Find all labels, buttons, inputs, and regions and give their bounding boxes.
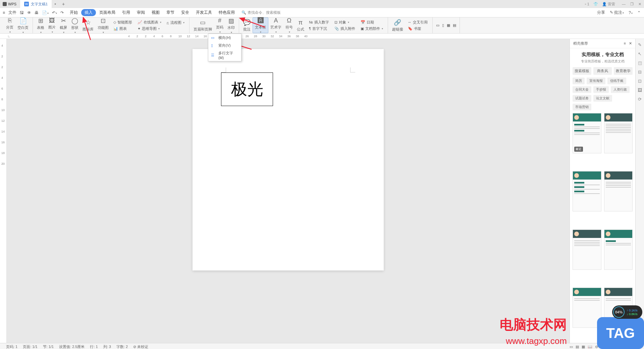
status-setting[interactable]: 设置值: 2.5厘米: [56, 344, 87, 349]
template-chip[interactable]: 宣传海报: [587, 78, 605, 84]
tab-chapter[interactable]: 章节: [163, 8, 178, 17]
shapes-button[interactable]: ◯形状▾: [69, 17, 80, 33]
flowchart-button[interactable]: ⎌ 流程图▾: [165, 20, 186, 26]
textbox-content[interactable]: 极光: [231, 79, 263, 100]
template-chip[interactable]: 手抄报: [593, 86, 609, 93]
template-thumb[interactable]: [573, 171, 601, 211]
tab-special-apps[interactable]: 特色应用: [215, 8, 238, 17]
wordart-button[interactable]: A艺术字▾: [268, 17, 283, 33]
view-mode-4-icon[interactable]: 📖: [588, 345, 592, 349]
online-chart-button[interactable]: 📈 在线图表▾: [136, 19, 163, 25]
status-section[interactable]: 节: 1/1: [40, 344, 56, 349]
status-line[interactable]: 行: 1: [87, 344, 100, 349]
template-chip[interactable]: 试题试卷: [573, 95, 591, 102]
layout-icon-2[interactable]: ▯: [441, 23, 445, 28]
document-tab[interactable]: W 文字文稿1: [20, 0, 52, 8]
date-button[interactable]: 📅 日期: [359, 19, 384, 25]
layout-icon-1[interactable]: ▭: [435, 23, 441, 28]
rail-property-icon[interactable]: ⊡: [638, 79, 642, 84]
close-button[interactable]: ✕: [638, 2, 641, 6]
rail-select-icon[interactable]: ↖: [638, 51, 642, 56]
template-chip[interactable]: 人资行政: [611, 86, 630, 93]
drop-cap-button[interactable]: ¶ 首字下沉: [308, 26, 330, 32]
annotate-button[interactable]: ✎ 批注▾: [610, 10, 624, 15]
document-page[interactable]: 极光: [193, 49, 384, 270]
watermark-button[interactable]: ▨水印▾: [225, 17, 237, 33]
save-icon[interactable]: 🖫: [20, 10, 24, 15]
user-avatar[interactable]: 👤 雷雷: [602, 2, 615, 7]
status-page-seq[interactable]: 页码: 1: [3, 344, 20, 349]
menu-toggle-icon[interactable]: ≡: [3, 10, 5, 15]
status-col[interactable]: 列: 3: [101, 344, 114, 349]
view-mode-3-icon[interactable]: ▦: [582, 345, 585, 349]
hyperlink-button[interactable]: 🔗超链接: [390, 17, 405, 33]
app-logo[interactable]: WPS: [0, 2, 20, 6]
rail-format-icon[interactable]: ◫: [638, 60, 642, 65]
template-thumb[interactable]: 最近: [573, 113, 601, 153]
export-icon[interactable]: 📄▾: [42, 10, 49, 15]
tab-view[interactable]: 视图: [148, 8, 163, 17]
formula-button[interactable]: π公式: [295, 17, 306, 33]
vertical-ruler[interactable]: 422468101214161820: [0, 39, 7, 343]
tab-security[interactable]: 安全: [178, 8, 193, 17]
tab-page-layout[interactable]: 页面布局: [96, 8, 119, 17]
page-break-button[interactable]: ⎘分页▾: [4, 17, 15, 33]
panel-settings-icon[interactable]: ≡: [624, 41, 626, 45]
horizontal-ruler[interactable]: ∟ 42246810121416182022242628303234363840: [0, 34, 644, 39]
template-chip[interactable]: 信纸手账: [607, 78, 626, 84]
template-chip[interactable]: 论文文献: [593, 95, 612, 102]
collapse-ribbon-icon[interactable]: ⌃: [637, 10, 641, 15]
template-chip[interactable]: 市场营销: [573, 104, 591, 110]
attachment-button[interactable]: 📎 插入附件: [333, 26, 357, 32]
canvas-area[interactable]: 极光: [7, 39, 570, 343]
add-tab-button[interactable]: +: [59, 1, 68, 7]
view-mode-1-icon[interactable]: ▭: [570, 345, 573, 349]
tab-insert[interactable]: 插入: [81, 9, 96, 16]
layout-icon-4[interactable]: ▤: [451, 23, 458, 28]
template-thumb[interactable]: [604, 171, 633, 211]
help-icon[interactable]: ?▾: [629, 10, 633, 15]
textbox-horizontal[interactable]: ▭ 横向(H): [208, 34, 241, 42]
rail-image-icon[interactable]: 🖼: [638, 88, 642, 93]
status-word-count[interactable]: 字数: 2: [114, 344, 130, 349]
command-search[interactable]: 🔍 查找命令、搜索模板: [241, 10, 281, 15]
minimize-button[interactable]: —: [622, 2, 626, 6]
icon-lib-button[interactable]: ☆图标库: [80, 17, 96, 33]
document-textbox[interactable]: 极光: [221, 72, 273, 106]
template-search-tab[interactable]: 搜索模板: [573, 67, 591, 75]
restore-button[interactable]: ❐: [630, 2, 634, 6]
table-button[interactable]: ⊞表格▾: [35, 17, 46, 33]
template-chip[interactable]: 简历: [573, 78, 585, 84]
textbox-button[interactable]: 🅰文本框▾: [253, 17, 268, 33]
textbox-vertical[interactable]: ▯ 竖向(V): [208, 42, 241, 49]
template-chip[interactable]: 合同大全: [573, 86, 591, 93]
header-footer-button[interactable]: ▭页眉和页脚: [192, 17, 214, 33]
rail-refresh-icon[interactable]: ⟳: [638, 97, 642, 102]
bookmark-button[interactable]: 🔖 书签: [407, 26, 429, 32]
print-icon[interactable]: 🖶: [35, 10, 39, 15]
template-thumb[interactable]: [573, 230, 601, 270]
status-spell[interactable]: ⊘ 未校证: [130, 344, 151, 349]
picture-button[interactable]: 🖼图片▾: [46, 17, 58, 33]
symbol-button[interactable]: Ω符号▾: [283, 17, 295, 33]
comment-button[interactable]: 💬批注: [241, 17, 253, 33]
template-thumb[interactable]: [604, 113, 633, 153]
tab-dev-tools[interactable]: 开发工具: [193, 8, 215, 17]
features-button[interactable]: ⊡功能图▾: [96, 17, 111, 33]
insert-number-button[interactable]: № 插入数字: [308, 19, 330, 25]
rail-edit-icon[interactable]: ✎: [638, 42, 642, 47]
docparts-button[interactable]: ▣ 文档部件▾: [359, 26, 384, 32]
redo-icon[interactable]: ↷: [60, 10, 64, 15]
layout-icon-3[interactable]: ▦: [445, 23, 451, 28]
skin-icon[interactable]: 👕: [593, 2, 598, 6]
template-thumb[interactable]: [604, 230, 633, 270]
smart-art-button[interactable]: ◇ 智能图形: [112, 19, 133, 25]
object-button[interactable]: ⊡ 对象▾: [333, 19, 357, 25]
chart-button[interactable]: 📊 图表: [112, 26, 133, 32]
template-business-tab[interactable]: 商务风: [593, 67, 612, 75]
print-preview-icon[interactable]: 👁: [27, 10, 31, 15]
tab-review[interactable]: 审阅: [133, 8, 148, 17]
file-menu[interactable]: 文件: [8, 10, 16, 15]
tab-references[interactable]: 引用: [119, 8, 133, 17]
mindmap-button[interactable]: ✦ 思维导图▾: [136, 26, 163, 32]
